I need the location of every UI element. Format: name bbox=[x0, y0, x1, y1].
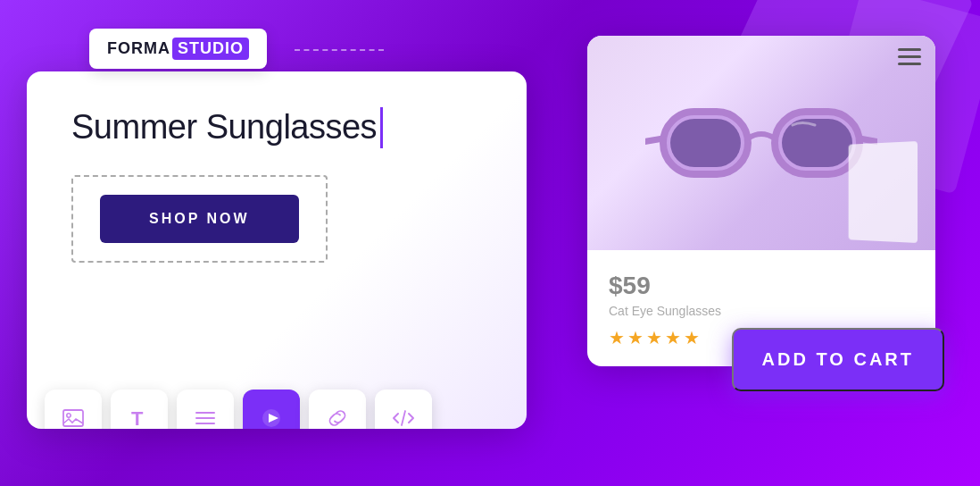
star-2: ★ bbox=[627, 327, 644, 348]
dashed-selection-box: SHOP NOW bbox=[71, 175, 328, 263]
text-icon: T bbox=[127, 406, 152, 429]
svg-rect-0 bbox=[63, 410, 83, 426]
svg-point-1 bbox=[67, 414, 71, 417]
logo-card: FORMA STUDIO bbox=[89, 29, 267, 69]
logo-forma: FORMA bbox=[107, 39, 170, 58]
image-icon-button[interactable] bbox=[45, 390, 102, 429]
add-to-cart-button[interactable]: ADD TO CART bbox=[732, 328, 944, 391]
link-icon bbox=[325, 406, 350, 429]
code-icon bbox=[391, 406, 416, 429]
hamburger-line3 bbox=[898, 63, 921, 65]
toolbar-strip: T bbox=[45, 390, 432, 429]
editor-card: Summer Sunglasses SHOP NOW T bbox=[27, 71, 527, 429]
hamburger-line1 bbox=[898, 48, 921, 51]
svg-rect-10 bbox=[670, 119, 741, 167]
svg-line-8 bbox=[402, 411, 405, 425]
product-card: ADD TO CART $59 Cat Eye Sunglasses ★ ★ ★… bbox=[587, 36, 935, 366]
align-icon-button[interactable] bbox=[177, 390, 234, 429]
video-icon bbox=[259, 406, 284, 429]
logo-dashed-line bbox=[295, 49, 384, 51]
sunglasses-illustration bbox=[645, 76, 877, 210]
glass-block bbox=[849, 141, 918, 243]
star-1: ★ bbox=[609, 327, 625, 348]
image-icon bbox=[61, 406, 86, 429]
shop-now-button[interactable]: SHOP NOW bbox=[100, 195, 299, 243]
code-icon-button[interactable] bbox=[375, 390, 432, 429]
star-5: ★ bbox=[684, 327, 700, 348]
star-4: ★ bbox=[665, 327, 681, 348]
product-name: Cat Eye Sunglasses bbox=[609, 304, 914, 318]
video-icon-button[interactable] bbox=[243, 390, 300, 429]
text-icon-button[interactable]: T bbox=[111, 390, 168, 429]
hamburger-line2 bbox=[898, 55, 921, 58]
headline-wrapper: Summer Sunglasses bbox=[71, 107, 383, 148]
svg-text:T: T bbox=[131, 407, 144, 429]
hamburger-menu[interactable] bbox=[898, 48, 921, 65]
product-image bbox=[587, 36, 935, 250]
product-price: $59 bbox=[609, 272, 914, 300]
logo-studio: STUDIO bbox=[172, 38, 249, 60]
align-icon bbox=[193, 406, 218, 429]
link-icon-button[interactable] bbox=[309, 390, 366, 429]
headline[interactable]: Summer Sunglasses bbox=[71, 107, 383, 148]
star-3: ★ bbox=[646, 327, 662, 348]
